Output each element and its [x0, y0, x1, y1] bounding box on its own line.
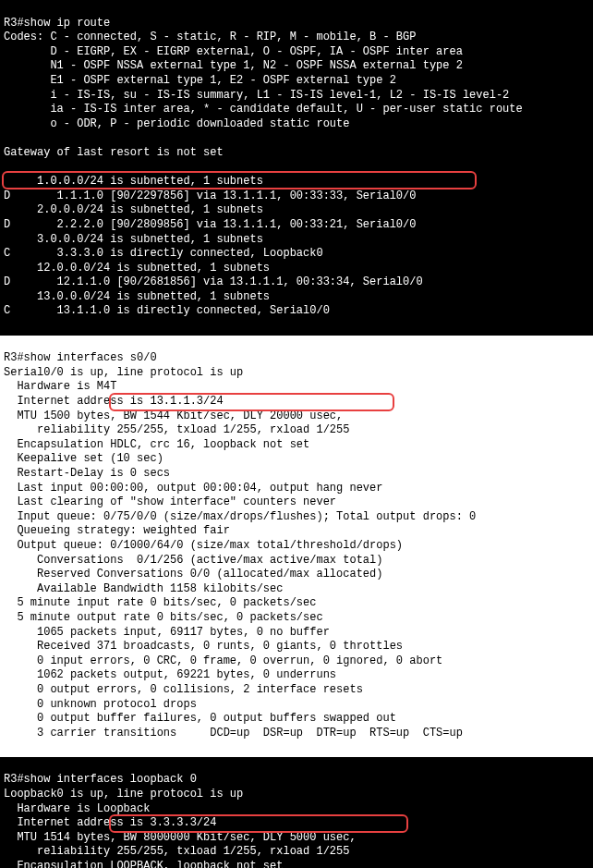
terminal-panel-route: R3#show ip route Codes: C - connected, S…	[0, 0, 593, 336]
terminal-panel-serial: R3#show interfaces s0/0 Serial0/0 is up,…	[0, 336, 593, 757]
gateway-line: Gateway of last resort is not set	[4, 146, 224, 159]
cli-prompt: R3#show interfaces s0/0	[4, 351, 157, 364]
serial-interface-output: Serial0/0 is up, line protocol is up Har…	[4, 366, 476, 740]
route-codes: Codes: C - connected, S - static, R - RI…	[4, 31, 523, 130]
terminal-panel-loopback: R3#show interfaces loopback 0 Loopback0 …	[0, 757, 593, 868]
loopback-interface-output: Loopback0 is up, line protocol is up Har…	[4, 788, 476, 868]
cli-prompt: R3#show interfaces loopback 0	[4, 773, 197, 786]
cli-prompt: R3#show ip route	[4, 17, 110, 30]
route-table: 1.0.0.0/24 is subnetted, 1 subnets D 1.1…	[4, 175, 423, 317]
